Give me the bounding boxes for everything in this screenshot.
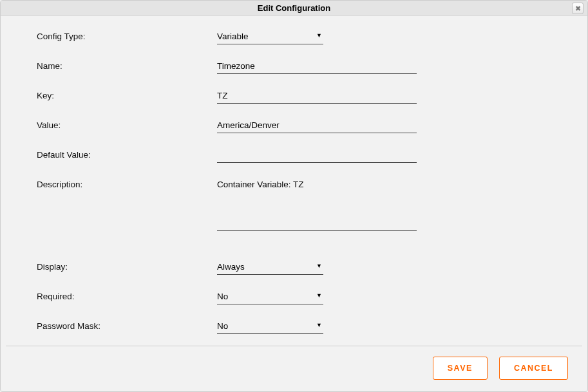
default-value-input[interactable] [217,149,417,163]
config-type-value[interactable] [217,30,323,44]
close-icon: ✖ [575,5,581,13]
label-key: Key: [37,89,217,100]
row-required: Required: ▼ [37,290,555,304]
description-input[interactable] [217,178,417,231]
label-required: Required: [37,290,217,301]
config-type-select[interactable]: ▼ [217,30,323,44]
label-description: Description: [37,178,217,189]
name-input[interactable] [217,60,417,74]
save-button[interactable]: SAVE [433,357,488,380]
password-mask-select[interactable]: ▼ [217,320,323,334]
required-select[interactable]: ▼ [217,290,323,304]
label-value: Value: [37,119,217,130]
row-config-type: Config Type: ▼ [37,30,555,44]
close-button[interactable]: ✖ [572,3,583,14]
required-value[interactable] [217,290,323,304]
label-default-value: Default Value: [37,149,217,160]
key-input[interactable] [217,89,417,104]
row-key: Key: [37,89,555,104]
row-default-value: Default Value: [37,149,555,163]
cancel-button[interactable]: CANCEL [499,357,568,380]
value-input[interactable] [217,119,417,133]
row-value: Value: [37,119,555,133]
display-value[interactable] [217,261,323,275]
form-area: Config Type: ▼ Name: Key: Value: [1,16,587,346]
row-display: Display: ▼ [37,261,555,275]
label-password-mask: Password Mask: [37,320,217,331]
row-password-mask: Password Mask: ▼ [37,320,555,334]
dialog-title: Edit Configuration [258,3,330,13]
label-display: Display: [37,261,217,272]
row-description: Description: [37,178,555,234]
button-bar: SAVE CANCEL [1,346,587,391]
dialog-titlebar: Edit Configuration ✖ [1,1,587,16]
label-name: Name: [37,60,217,71]
edit-configuration-dialog: Edit Configuration ✖ Config Type: ▼ Name… [0,0,588,392]
label-config-type: Config Type: [37,30,217,41]
row-name: Name: [37,60,555,74]
password-mask-value[interactable] [217,320,323,334]
display-select[interactable]: ▼ [217,261,323,275]
